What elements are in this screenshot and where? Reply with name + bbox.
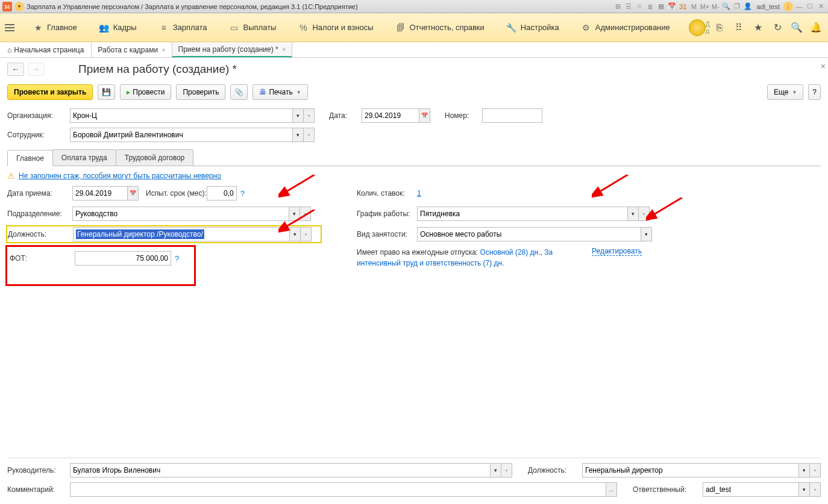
help-icon[interactable]: ? [240,189,245,198]
inner-tab-contract[interactable]: Трудовой договор [116,149,193,166]
schedule-input[interactable] [417,207,628,221]
dropdown-button[interactable]: ▾ [491,463,501,478]
responsible-input[interactable] [703,482,799,497]
expand-button[interactable]: … [606,482,617,497]
open-button[interactable]: ▫ [301,227,312,241]
print-button[interactable]: 🖶Печать▼ [252,84,307,100]
close-window-icon[interactable]: ✕ [816,2,826,11]
minimize-icon[interactable]: — [794,2,804,11]
page-title: Прием на работу (создание) * [78,63,237,76]
nav-admin[interactable]: ⚙Администрирование [570,13,681,42]
search-icon[interactable]: 🔍 [789,20,804,35]
history-icon[interactable]: ↻ [770,20,785,35]
comment-input[interactable] [70,482,606,497]
run-and-close-button[interactable]: Провести и закрыть [7,84,93,100]
tb-icon-zoom[interactable]: 🔍 [721,2,731,11]
tb-icon-mminus[interactable]: M- [710,2,720,11]
wrench-icon: 🔧 [506,22,517,33]
calendar-icon[interactable]: 📅 [128,186,139,201]
tb-icon-1[interactable]: ⊞ [613,2,623,11]
open-button[interactable]: ▫ [501,463,512,478]
open-button[interactable]: ▫ [304,128,315,142]
titlebar-dropdown-icon[interactable]: ▾ [14,2,24,11]
calendar-icon[interactable]: 📅 [419,108,430,123]
tb-icon-star[interactable]: ☆ [635,2,644,11]
tb-icon-2[interactable]: ☰ [624,2,633,11]
nav-zarplata[interactable]: ≡Зарплата [148,13,218,42]
home-tab[interactable]: ⌂ Начальная страница [0,42,92,57]
org-input[interactable] [70,108,293,123]
num-input[interactable] [482,108,542,123]
tab-label: Прием на работу (создание) * [178,45,278,54]
dept-input[interactable] [72,207,289,221]
dropdown-button[interactable]: ▾ [293,128,304,142]
save-icon: 💾 [102,88,111,96]
dropdown-button[interactable]: ▾ [799,482,810,497]
close-tab-icon[interactable]: × [162,46,165,54]
tb-icon-grid[interactable]: ▦ [656,2,666,11]
open-button[interactable]: ▫ [304,108,315,123]
tab-label: Работа с кадрами [98,46,158,54]
apps-icon[interactable]: ⠿ [732,20,746,35]
back-button[interactable]: ← [7,63,24,76]
attach-button[interactable]: 📎 [230,84,248,100]
tb-icon-cal[interactable]: 📅 [667,2,677,11]
tab-kadry[interactable]: Работа с кадрами × [92,42,172,57]
open-button[interactable]: ▫ [810,482,821,497]
home-tab-label: Начальная страница [14,46,84,54]
dropdown-button[interactable]: ▾ [289,207,300,221]
manager-pos-input[interactable] [582,463,799,478]
tb-icon-window[interactable]: ❐ [732,2,742,11]
help-button[interactable]: ? [808,84,821,100]
save-button[interactable]: 💾 [98,84,115,100]
date-input[interactable] [362,108,419,123]
check-button[interactable]: Проверить [176,84,225,100]
dropdown-button[interactable]: ▾ [799,463,810,478]
more-button[interactable]: Еще▼ [767,84,803,100]
help-icon[interactable]: ? [175,254,179,263]
close-tab-icon[interactable]: × [282,46,286,53]
fot-input[interactable] [75,251,171,266]
open-button[interactable]: ▫ [300,207,311,221]
manager-input[interactable] [70,463,491,478]
tb-icon-mplus[interactable]: M+ [700,2,709,11]
tb-icon-cal2[interactable]: 31 [678,2,688,11]
dropdown-button[interactable]: ▾ [290,227,301,241]
open-button[interactable]: ▫ [639,207,650,221]
bell-icon[interactable]: 🔔 [809,20,823,35]
open-button[interactable]: ▫ [810,463,821,478]
stakes-value[interactable]: 1 [417,189,421,198]
nav-nastroika[interactable]: 🔧Настройка [495,13,570,42]
tab-priem[interactable]: Прием на работу (создание) * × [172,42,293,57]
position-input[interactable]: Генеральный директор /Руководство/ [73,227,290,241]
edit-vacation-link[interactable]: Редактировать [592,247,642,256]
run-button[interactable]: ▸Провести [120,84,171,100]
info-icon[interactable]: i [783,2,793,11]
menu-button[interactable] [2,20,17,35]
nav-extra-label: Дд [706,21,710,34]
probation-input[interactable] [207,186,237,201]
nav-main[interactable]: ★Главное [22,13,88,42]
tb-icon-m[interactable]: M [689,2,698,11]
inner-tab-main[interactable]: Главное [7,150,53,166]
dropdown-button[interactable]: ▾ [628,207,639,221]
warning-link[interactable]: Не заполнен стаж, пособия могут быть рас… [19,172,221,180]
close-document-icon[interactable]: × [821,61,826,71]
hire-date-input[interactable] [72,186,128,201]
nav-otchety[interactable]: 🗐Отчетность, справки [384,13,495,42]
tb-icon-doc[interactable]: 🗎 [645,2,655,11]
emptype-input[interactable] [417,227,641,241]
dropdown-button[interactable]: ▾ [293,108,304,123]
nav-nalogi[interactable]: %Налоги и взносы [287,13,384,42]
coin-icon[interactable] [689,19,706,36]
favorites-icon[interactable]: ★ [751,20,765,35]
sidebar-toggle-icon[interactable]: ⎘ [712,20,727,35]
nav-kadry[interactable]: 👥Кадры [88,13,148,42]
nav-vyplaty[interactable]: ▭Выплаты [218,13,287,42]
maximize-icon[interactable]: ☐ [805,2,815,11]
forward-button[interactable]: → [28,63,45,76]
dropdown-button[interactable]: ▾ [641,227,652,241]
document-tabs: ⌂ Начальная страница Работа с кадрами × … [0,42,828,58]
employee-input[interactable] [70,128,293,142]
inner-tab-pay[interactable]: Оплата труда [52,149,116,166]
